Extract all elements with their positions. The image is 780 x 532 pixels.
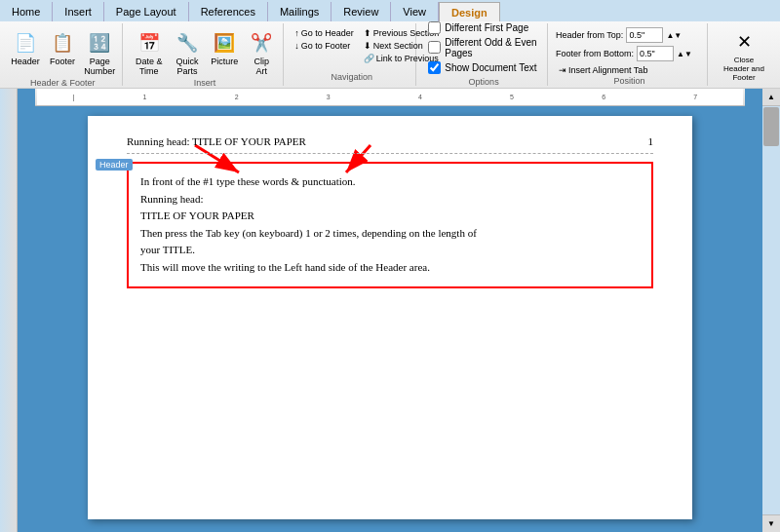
page-number-icon: 🔢 [86, 29, 113, 57]
next-section-icon: ⬇ [364, 41, 371, 51]
show-document-text-row[interactable]: Show Document Text [428, 61, 539, 74]
position-items: Header from Top: ▲▼ Footer from Bottom: … [556, 25, 703, 76]
instruction-line-2: Running head: [140, 193, 203, 205]
ribbon-group-position: Header from Top: ▲▼ Footer from Bottom: … [552, 23, 708, 86]
footer-icon: 📋 [49, 29, 76, 57]
instruction-line-4: Then press the Tab key (on keyboard) 1 o… [140, 227, 477, 239]
scroll-up-button[interactable]: ▲ [762, 89, 780, 106]
ruler-mark-2: 2 [235, 94, 239, 100]
instruction-box: In front of the #1 type these words & pu… [127, 162, 653, 288]
document-page: Header Running head: TITLE OF YOUR PAPER… [88, 116, 692, 519]
different-odd-even-row[interactable]: Different Odd & Even Pages [428, 37, 539, 58]
scroll-thumb[interactable] [763, 107, 779, 146]
footer-from-bottom-row: Footer from Bottom: ▲▼ [556, 46, 692, 61]
clip-art-button[interactable]: ✂️ Clip Art [244, 27, 279, 78]
prev-section-icon: ⬆ [364, 28, 371, 38]
link-icon: 🔗 [364, 54, 374, 63]
picture-icon: 🖼️ [211, 29, 238, 57]
header-from-top-label: Header from Top: [556, 30, 623, 40]
ribbon-group-header-footer: 📄 Header 📋 Footer 🔢 Page Number Header &… [4, 23, 123, 86]
header-from-top-row: Header from Top: ▲▼ [556, 27, 682, 43]
running-head-text: Running head: TITLE OF YOUR PAPER [127, 135, 306, 147]
go-to-footer-icon: ↓ [294, 41, 299, 51]
different-first-page-row[interactable]: Different First Page [428, 21, 539, 34]
header-badge: Header [96, 159, 133, 171]
insert-alignment-tab-button[interactable]: ⇥ Insert Alignment Tab [556, 64, 650, 76]
date-time-button[interactable]: 📅 Date & Time [131, 27, 168, 78]
go-to-header-label: Go to Header [301, 28, 354, 38]
scroll-down-button[interactable]: ▼ [762, 514, 780, 532]
picture-button[interactable]: 🖼️ Picture [207, 27, 242, 68]
page-number-button[interactable]: 🔢 Page Number [82, 27, 118, 78]
quick-parts-label: Quick Parts [174, 57, 201, 76]
tab-references[interactable]: References [189, 2, 268, 21]
ribbon-content: 📄 Header 📋 Footer 🔢 Page Number Header &… [0, 21, 780, 88]
clip-art-label: Clip Art [248, 57, 275, 76]
nav-group-label: Navigation [292, 72, 411, 84]
vertical-scrollbar[interactable]: ▲ ▼ [762, 89, 780, 532]
ribbon-group-options: Different First Page Different Odd & Eve… [420, 23, 548, 86]
go-to-header-icon: ↑ [294, 28, 299, 38]
left-ruler [0, 89, 18, 532]
ribbon-group-insert: 📅 Date & Time 🔧 Quick Parts 🖼️ Picture ✂… [127, 23, 285, 86]
go-to-footer-button[interactable]: ↓ Go to Footer [292, 40, 357, 52]
tab-page-layout[interactable]: Page Layout [104, 2, 189, 21]
ruler-mark-3: 3 [327, 94, 331, 100]
ruler-mark-5: 5 [510, 94, 514, 100]
page-container: Header Running head: TITLE OF YOUR PAPER… [18, 106, 762, 529]
footer-from-bottom-spinner[interactable]: ▲▼ [677, 50, 692, 58]
horizontal-ruler: | 1 2 3 4 5 6 7 [35, 89, 745, 106]
tab-bar: Home Insert Page Layout References Maili… [0, 0, 780, 21]
header-icon: 📄 [12, 29, 39, 57]
ribbon-group-header-footer-items: 📄 Header 📋 Footer 🔢 Page Number [8, 25, 118, 78]
ruler-mark-0: | [72, 93, 74, 101]
header-from-top-input[interactable] [626, 27, 663, 43]
insert-alignment-tab-label: Insert Alignment Tab [568, 65, 647, 75]
ribbon-group-navigation: ↑ Go to Header ↓ Go to Footer ⬆ Previous… [288, 23, 416, 86]
position-group-label: Position [556, 76, 703, 88]
tab-design[interactable]: Design [439, 2, 500, 21]
next-section-label: Next Section [373, 41, 423, 51]
clip-art-icon: ✂️ [248, 29, 275, 57]
date-time-label: Date & Time [135, 57, 164, 76]
ribbon-group-insert-items: 📅 Date & Time 🔧 Quick Parts 🖼️ Picture ✂… [131, 25, 280, 78]
footer-from-bottom-input[interactable] [637, 46, 674, 61]
tab-review[interactable]: Review [332, 2, 391, 21]
show-document-text-label: Show Document Text [445, 62, 536, 73]
ribbon-group-close: ✕ Close Header and Footer [712, 23, 776, 86]
ribbon: 📄 Header 📋 Footer 🔢 Page Number Header &… [0, 21, 780, 89]
content-area: | 1 2 3 4 5 6 7 [0, 89, 780, 532]
ruler-mark-1: 1 [143, 94, 147, 100]
quick-parts-button[interactable]: 🔧 Quick Parts [170, 27, 205, 78]
header-from-top-spinner[interactable]: ▲▼ [666, 31, 682, 40]
page-header[interactable]: Header Running head: TITLE OF YOUR PAPER… [127, 135, 653, 154]
tab-mailings[interactable]: Mailings [268, 2, 332, 21]
different-first-page-checkbox[interactable] [428, 21, 441, 34]
show-document-text-checkbox[interactable] [428, 61, 441, 74]
picture-label: Picture [211, 57, 238, 66]
options-group-label: Options [428, 77, 539, 89]
ruler-inner: | 1 2 3 4 5 6 7 [37, 89, 743, 105]
quick-parts-icon: 🔧 [174, 29, 201, 57]
footer-from-bottom-label: Footer from Bottom: [556, 49, 634, 58]
instruction-line-1: In front of the #1 type these words & pu… [140, 175, 356, 187]
nav-col1: ↑ Go to Header ↓ Go to Footer [292, 27, 357, 52]
alignment-tab-icon: ⇥ [559, 65, 566, 75]
footer-label: Footer [50, 57, 75, 66]
tab-view[interactable]: View [391, 2, 439, 21]
close-icon: ✕ [730, 28, 758, 56]
close-header-footer-button[interactable]: ✕ Close Header and Footer [720, 26, 768, 84]
go-to-header-button[interactable]: ↑ Go to Header [292, 27, 357, 39]
instruction-line-5: your TITLE. [140, 244, 195, 255]
footer-button[interactable]: 📋 Footer [45, 27, 80, 68]
tab-insert[interactable]: Insert [53, 2, 104, 21]
page-number-label: Page Number [84, 57, 115, 76]
different-first-page-label: Different First Page [445, 22, 528, 33]
header-label: Header [11, 57, 40, 66]
date-icon: 📅 [136, 29, 163, 57]
header-button[interactable]: 📄 Header [8, 27, 43, 68]
instruction-line-6: This will move the writing to the Left h… [140, 261, 430, 273]
tab-home[interactable]: Home [0, 2, 53, 21]
different-odd-even-checkbox[interactable] [428, 41, 441, 54]
instruction-line-3: TITLE OF YOUR PAPER [140, 209, 254, 221]
